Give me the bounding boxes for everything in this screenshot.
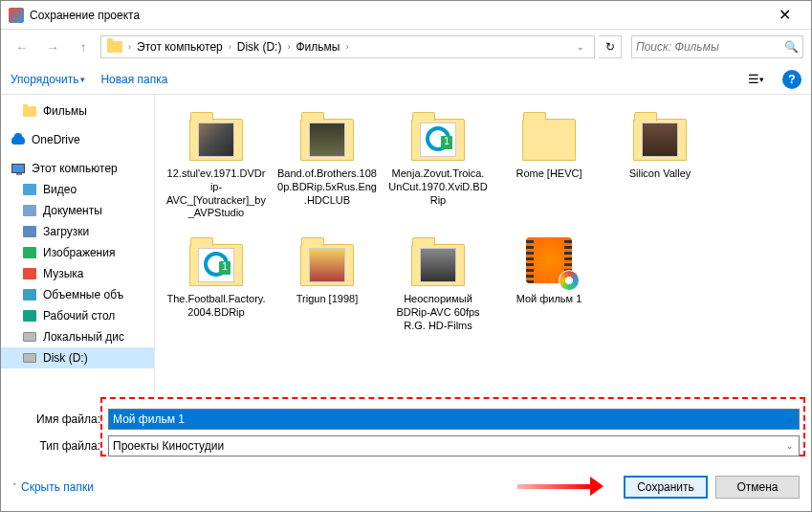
- chevron-right-icon[interactable]: ›: [225, 42, 235, 52]
- item-thumbnail: [298, 106, 356, 164]
- titlebar: Сохранение проекта ✕: [1, 1, 811, 30]
- video-icon: [23, 184, 36, 195]
- sidebar-item-diskd[interactable]: Disk (D:): [1, 347, 154, 368]
- chevron-right-icon[interactable]: ›: [283, 42, 294, 52]
- item-label: Band.of.Brothers.1080p.BDRip.5xRus.Eng.H…: [277, 167, 377, 207]
- item-label: Rome [HEVC]: [516, 167, 582, 181]
- filename-input[interactable]: [108, 409, 800, 430]
- pc-icon: [11, 164, 25, 173]
- item-thumbnail: [520, 106, 578, 164]
- desktop-icon: [23, 310, 36, 322]
- filename-dropdown[interactable]: ⌄: [782, 411, 798, 428]
- item-label: The.Football.Factory.2004.BDRip: [166, 293, 266, 320]
- list-item[interactable]: Trigun [1998]: [274, 228, 381, 336]
- nav-up-button[interactable]: ↑: [70, 35, 97, 58]
- search-icon: 🔍: [784, 40, 799, 54]
- sidebar-item-desktop[interactable]: Рабочий стол: [1, 305, 154, 326]
- item-thumbnail: [409, 232, 467, 289]
- sidebar: Фильмы OneDrive Этот компьютер Видео Док…: [1, 95, 154, 401]
- sidebar-item-films[interactable]: Фильмы: [1, 100, 154, 122]
- sidebar-item-localdisk[interactable]: Локальный дис: [1, 326, 154, 347]
- breadcrumb-disk[interactable]: Disk (D:): [235, 40, 284, 54]
- fields-area: Имя файла: ⌄ Тип файла: ⌄: [1, 401, 811, 466]
- item-label: Silicon Valley: [629, 167, 691, 181]
- docs-icon: [23, 205, 36, 216]
- item-thumbnail: [520, 232, 578, 289]
- breadcrumb-dropdown[interactable]: ⌄: [571, 42, 590, 52]
- item-label: Menja.Zovut.Troica.UnCut.1970.XviD.BDRip: [388, 167, 488, 207]
- filetype-dropdown[interactable]: ⌄: [782, 437, 798, 455]
- item-thumbnail: [187, 106, 245, 164]
- new-folder-button[interactable]: Новая папка: [100, 73, 167, 86]
- sidebar-item-music[interactable]: Музыка: [1, 263, 154, 284]
- chevron-right-icon[interactable]: ›: [124, 42, 135, 52]
- list-item[interactable]: Silicon Valley: [606, 102, 713, 224]
- sidebar-item-pictures[interactable]: Изображения: [1, 242, 154, 263]
- music-icon: [23, 268, 36, 279]
- save-dialog: Сохранение проекта ✕ ← → ↑ › Этот компью…: [0, 0, 812, 512]
- item-label: Мой фильм 1: [516, 293, 582, 306]
- save-button[interactable]: Сохранить: [624, 476, 708, 499]
- item-label: Неоспоримый BDRip-AVC 60fps R.G. HD-Film…: [388, 293, 488, 332]
- nav-back-button[interactable]: ←: [9, 35, 35, 58]
- refresh-button[interactable]: ↻: [599, 35, 622, 58]
- sidebar-item-video[interactable]: Видео: [1, 179, 154, 200]
- list-item[interactable]: Rome [HEVC]: [495, 102, 603, 224]
- onedrive-icon: [11, 136, 25, 145]
- item-thumbnail: [187, 232, 245, 289]
- app-icon: [9, 8, 24, 23]
- nav-forward-button: →: [39, 35, 66, 58]
- volumes-icon: [23, 289, 36, 301]
- filename-label: Имя файла:: [12, 412, 108, 426]
- item-thumbnail: [409, 106, 467, 164]
- help-button[interactable]: ?: [782, 70, 801, 89]
- chevron-right-icon[interactable]: ›: [341, 42, 352, 52]
- filetype-input[interactable]: [108, 435, 800, 456]
- item-label: Trigun [1998]: [296, 293, 358, 306]
- breadcrumb[interactable]: › Этот компьютер › Disk (D:) › Фильмы › …: [100, 35, 595, 58]
- list-item[interactable]: Неоспоримый BDRip-AVC 60fps R.G. HD-Film…: [384, 228, 492, 336]
- disk-icon: [23, 332, 36, 342]
- organize-menu[interactable]: Упорядочить ▾: [11, 73, 85, 86]
- item-thumbnail: [631, 106, 689, 164]
- window-title: Сохранение проекта: [30, 9, 765, 22]
- breadcrumb-folder-icon: [105, 37, 124, 56]
- sidebar-item-onedrive[interactable]: OneDrive: [1, 129, 154, 150]
- item-label: 12.stul'ev.1971.DVDrip-AVC_[Youtracker]_…: [166, 167, 266, 220]
- navbar: ← → ↑ › Этот компьютер › Disk (D:) › Фил…: [1, 30, 811, 64]
- sidebar-item-downloads[interactable]: Загрузки: [1, 221, 154, 242]
- main-area: Фильмы OneDrive Этот компьютер Видео Док…: [1, 95, 811, 401]
- list-item[interactable]: Мой фильм 1: [495, 228, 603, 336]
- search-box[interactable]: 🔍: [631, 35, 803, 58]
- pictures-icon: [23, 247, 36, 258]
- list-item[interactable]: Menja.Zovut.Troica.UnCut.1970.XviD.BDRip: [384, 102, 492, 224]
- view-options-button[interactable]: ☰ ▾: [744, 68, 767, 91]
- list-item[interactable]: 12.stul'ev.1971.DVDrip-AVC_[Youtracker]_…: [163, 102, 270, 224]
- item-thumbnail: [298, 232, 356, 289]
- list-item[interactable]: The.Football.Factory.2004.BDRip: [163, 228, 270, 336]
- search-input[interactable]: [636, 40, 784, 54]
- file-list[interactable]: 12.stul'ev.1971.DVDrip-AVC_[Youtracker]_…: [154, 95, 811, 401]
- close-button[interactable]: ✕: [765, 1, 803, 30]
- cancel-button[interactable]: Отмена: [715, 476, 800, 499]
- sidebar-item-pc[interactable]: Этот компьютер: [1, 158, 154, 179]
- hide-folders-link[interactable]: ˄ Скрыть папки: [12, 480, 94, 494]
- sidebar-item-volumes[interactable]: Объемные объ: [1, 284, 154, 305]
- footer: ˄ Скрыть папки Сохранить Отмена: [1, 466, 811, 510]
- list-item[interactable]: Band.of.Brothers.1080p.BDRip.5xRus.Eng.H…: [274, 102, 381, 224]
- breadcrumb-pc[interactable]: Этот компьютер: [135, 40, 225, 54]
- downloads-icon: [23, 226, 36, 237]
- breadcrumb-folder[interactable]: Фильмы: [294, 40, 341, 54]
- disk-icon: [23, 353, 36, 363]
- sidebar-item-docs[interactable]: Документы: [1, 200, 154, 221]
- filetype-label: Тип файла:: [12, 439, 108, 453]
- toolbar: Упорядочить ▾ Новая папка ☰ ▾ ?: [1, 64, 811, 95]
